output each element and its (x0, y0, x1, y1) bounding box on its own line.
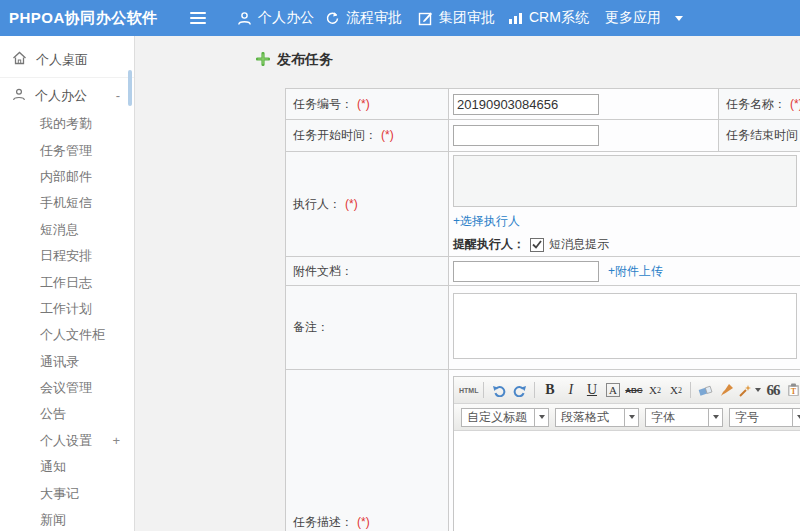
eraser-icon[interactable] (696, 380, 715, 400)
publish-task-form: 任务编号：(*) 任务名称：(*) 任务开始时间：(*) 任务结束时间：(*) … (285, 88, 800, 531)
sidebar-item-personal-file-cabinet[interactable]: 个人文件柜 (0, 322, 134, 348)
editor-toolbar-row2: 自定义标题 段落格式 字体 字号 (454, 404, 800, 431)
char-border-button[interactable]: A (606, 383, 620, 397)
sidebar-item-work-log[interactable]: 工作日志 (0, 269, 134, 295)
remark-label-cell: 备注： (286, 286, 449, 370)
task-desc-label-cell: 任务描述：(*) (286, 370, 449, 531)
nav-workflow-approval[interactable]: 流程审批 (325, 0, 402, 36)
hamburger-menu-icon[interactable] (190, 12, 206, 24)
end-time-label-cell: 任务结束时间：(*) (719, 120, 800, 152)
attachment-input[interactable] (453, 261, 599, 282)
required-mark: (*) (381, 128, 394, 142)
sms-remind-checkbox[interactable] (530, 238, 544, 252)
remark-textarea[interactable] (453, 293, 797, 359)
sidebar-item-personal-settings[interactable]: 个人设置 + (0, 428, 134, 454)
choose-executor-link[interactable]: +选择执行人 (453, 214, 520, 228)
bold-button[interactable]: B (540, 380, 559, 400)
paste-from-word-icon[interactable]: T (784, 380, 800, 400)
editor-content-area[interactable] (454, 431, 800, 531)
italic-button[interactable]: I (561, 380, 580, 400)
sidebar-item-work-plan[interactable]: 工作计划 (0, 296, 134, 322)
task-no-input[interactable] (453, 94, 599, 115)
sidebar-item-mobile-sms[interactable]: 手机短信 (0, 190, 134, 216)
start-time-label-cell: 任务开始时间：(*) (286, 120, 449, 152)
home-icon (12, 51, 27, 68)
nav-label: CRM系统 (529, 9, 589, 27)
format-brush-icon[interactable] (717, 380, 736, 400)
superscript-button[interactable]: X2 (645, 380, 664, 400)
sidebar-scrollbar-thumb[interactable] (128, 70, 132, 106)
task-no-label-cell: 任务编号：(*) (286, 89, 449, 120)
sidebar-item-memorabilia[interactable]: 大事记 (0, 480, 134, 506)
rich-text-editor: HTML B I U A ABC X2 X2 (453, 376, 800, 531)
collapse-minus-icon[interactable]: - (116, 88, 120, 103)
required-mark: (*) (790, 97, 800, 111)
nav-label: 个人办公 (258, 9, 314, 27)
sidebar-item-schedule[interactable]: 日程安排 (0, 243, 134, 269)
caret-down-icon (675, 16, 683, 21)
edit-icon (418, 11, 433, 26)
sidebar-item-label: 个人桌面 (36, 51, 88, 69)
quick-format-wand-icon[interactable] (738, 380, 761, 400)
page-title-bar: 发布任务 (256, 51, 333, 69)
remind-executor-label: 提醒执行人： (453, 236, 525, 253)
attachment-label-cell: 附件文档： (286, 257, 449, 286)
sidebar-item-news[interactable]: 新闻 (0, 507, 134, 531)
nav-label: 更多应用 (605, 9, 661, 27)
nav-personal-office[interactable]: 个人办公 (237, 0, 314, 36)
attachment-upload-link[interactable]: +附件上传 (608, 263, 663, 280)
blockquote-button[interactable]: 66 (763, 380, 782, 400)
circular-arrow-icon (325, 11, 340, 26)
app-logo: PHPOA协同办公软件 (9, 0, 158, 36)
sidebar-item-my-attendance[interactable]: 我的考勤 (0, 111, 134, 137)
editor-toolbar-row1: HTML B I U A ABC X2 X2 (454, 377, 800, 404)
sidebar-item-task-management[interactable]: 任务管理 (0, 137, 134, 163)
required-mark: (*) (345, 197, 358, 211)
person-icon (237, 11, 252, 26)
caret-down-icon (793, 408, 800, 427)
bar-chart-icon (508, 11, 523, 25)
sms-remind-option-label: 短消息提示 (549, 236, 609, 253)
sidebar-item-announcement[interactable]: 公告 (0, 401, 134, 427)
divider (0, 77, 134, 78)
svg-text:T: T (791, 387, 797, 396)
undo-icon[interactable] (489, 380, 508, 400)
heading-style-select[interactable]: 自定义标题 (461, 408, 549, 427)
redo-icon[interactable] (510, 380, 529, 400)
sidebar-item-contacts[interactable]: 通讯录 (0, 349, 134, 375)
sidebar: 个人桌面 个人办公 - 我的考勤 任务管理 内部邮件 手机短信 短消息 日程安排… (0, 36, 135, 531)
font-family-select[interactable]: 字体 (645, 408, 723, 427)
sidebar-item-meeting-management[interactable]: 会议管理 (0, 375, 134, 401)
task-name-label-cell: 任务名称：(*) (719, 89, 800, 120)
plus-icon (256, 52, 270, 69)
sidebar-item-personal-office[interactable]: 个人办公 - (0, 80, 134, 111)
nav-more-apps[interactable]: 更多应用 (605, 0, 683, 36)
start-time-input[interactable] (453, 125, 599, 146)
sidebar-item-internal-mail[interactable]: 内部邮件 (0, 164, 134, 190)
strikethrough-button[interactable]: ABC (624, 380, 643, 400)
sidebar-item-short-message[interactable]: 短消息 (0, 217, 134, 243)
nav-crm-system[interactable]: CRM系统 (508, 0, 589, 36)
required-mark: (*) (357, 97, 370, 111)
page-title: 发布任务 (277, 51, 333, 69)
executor-label-cell: 执行人：(*) (286, 152, 449, 257)
sidebar-item-personal-desktop[interactable]: 个人桌面 (0, 44, 134, 75)
top-header-bar: PHPOA协同办公软件 个人办公 流程审批 集团审批 CRM系统 更多应用 (0, 0, 800, 36)
underline-button[interactable]: U (582, 380, 601, 400)
nav-group-approval[interactable]: 集团审批 (418, 0, 495, 36)
font-size-select[interactable]: 字号 (729, 408, 800, 427)
expand-plus-icon[interactable]: + (112, 433, 120, 448)
nav-label: 流程审批 (346, 9, 402, 27)
html-source-button[interactable]: HTML (459, 380, 478, 400)
caret-down-icon (755, 388, 761, 392)
sidebar-item-notification[interactable]: 通知 (0, 454, 134, 480)
caret-down-icon (625, 408, 639, 427)
paragraph-format-select[interactable]: 段落格式 (555, 408, 639, 427)
caret-down-icon (535, 408, 549, 427)
nav-label: 集团审批 (439, 9, 495, 27)
sidebar-item-label: 个人办公 (35, 87, 87, 105)
subscript-button[interactable]: X2 (666, 380, 685, 400)
person-icon (12, 87, 26, 105)
executor-textarea[interactable] (453, 155, 797, 207)
required-mark: (*) (357, 515, 370, 529)
